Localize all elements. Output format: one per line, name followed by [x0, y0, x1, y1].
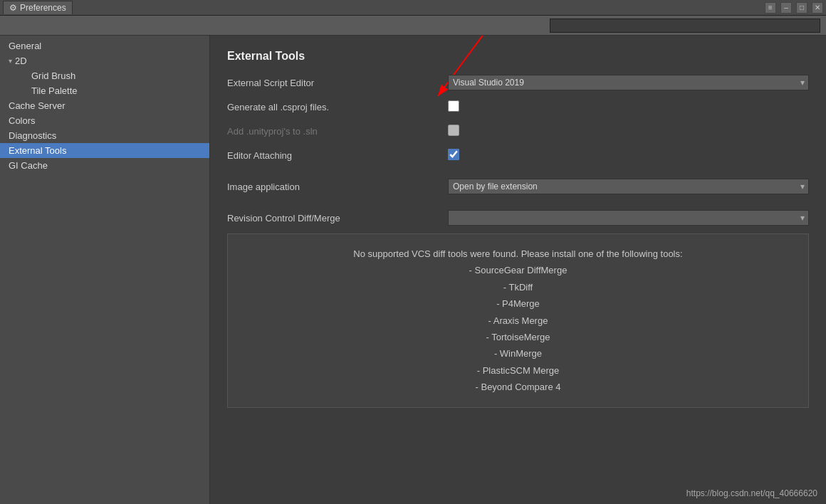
- sidebar-item-grid-brush[interactable]: Grid Brush: [0, 68, 209, 83]
- external-script-editor-dropdown-wrapper: Visual Studio 2019 Visual Studio Code Mo…: [448, 75, 809, 90]
- generate-csproj-checkbox[interactable]: [448, 100, 459, 112]
- editor-attaching-row: Editor Attaching: [227, 147, 809, 164]
- revision-control-row: Revision Control Diff/Merge: [227, 209, 809, 226]
- main-layout: General ▾ 2D Grid Brush Tile Palette Cac…: [0, 36, 826, 504]
- editor-attaching-checkbox[interactable]: [448, 149, 459, 160]
- sidebar-label-external-tools: External Tools: [9, 145, 66, 156]
- external-script-editor-control: Visual Studio 2019 Visual Studio Code Mo…: [448, 75, 809, 90]
- sidebar-label-cache-server: Cache Server: [9, 100, 65, 111]
- vcs-tool-6: - WinMerge: [239, 345, 797, 362]
- image-application-dropdown[interactable]: Open by file extension: [448, 179, 809, 194]
- vcs-tool-1: - SourceGear DiffMerge: [239, 262, 797, 278]
- add-unityprojsln-checkbox[interactable]: [448, 125, 459, 136]
- vcs-main-text: No supported VCS diff tools were found. …: [239, 246, 797, 262]
- revision-control-dropdown[interactable]: [448, 210, 809, 226]
- sidebar-item-colors[interactable]: Colors: [0, 113, 209, 128]
- sidebar-label-tile-palette: Tile Palette: [31, 85, 78, 96]
- image-application-row: Image application Open by file extension: [227, 178, 809, 195]
- editor-attaching-label: Editor Attaching: [227, 150, 448, 161]
- title-bar-left: ⚙ Preferences: [3, 1, 73, 14]
- sidebar-label-diagnostics: Diagnostics: [9, 130, 56, 141]
- vcs-info-box: No supported VCS diff tools were found. …: [227, 233, 809, 408]
- revision-control-dropdown-wrapper: [448, 210, 809, 226]
- generate-csproj-label: Generate all .csproj files.: [227, 102, 448, 112]
- vcs-tool-7: - PlasticSCM Merge: [239, 362, 797, 379]
- window-title: Preferences: [20, 3, 66, 13]
- content-area: 设置成你的vs External Tools External Script E…: [210, 36, 826, 504]
- title-bar: ⚙ Preferences ≡ – □ ✕: [0, 0, 826, 16]
- external-script-editor-label: External Script Editor: [227, 78, 448, 88]
- sidebar-section-2d[interactable]: ▾ 2D: [0, 53, 209, 68]
- title-bar-controls: ≡ – □ ✕: [765, 2, 823, 14]
- vcs-tool-2: - TkDiff: [239, 279, 797, 295]
- image-application-control: Open by file extension: [448, 179, 809, 194]
- minimize-button[interactable]: –: [780, 2, 792, 14]
- chinese-annotation: 设置成你的vs: [431, 36, 501, 38]
- sidebar-item-gi-cache[interactable]: GI Cache: [0, 158, 209, 173]
- search-bar: [0, 16, 826, 36]
- sidebar-label-2d: 2D: [15, 56, 27, 66]
- editor-attaching-control: [448, 149, 809, 162]
- sidebar-label-gi-cache: GI Cache: [9, 160, 48, 171]
- vcs-tool-8: - Beyond Compare 4: [239, 379, 797, 395]
- image-application-dropdown-wrapper: Open by file extension: [448, 179, 809, 194]
- sidebar-item-cache-server[interactable]: Cache Server: [0, 98, 209, 113]
- section-title: External Tools: [227, 50, 809, 63]
- sidebar-item-general[interactable]: General: [0, 38, 209, 53]
- sidebar-item-tile-palette[interactable]: Tile Palette: [0, 83, 209, 98]
- sidebar-item-diagnostics[interactable]: Diagnostics: [0, 128, 209, 143]
- revision-control-label: Revision Control Diff/Merge: [227, 213, 448, 224]
- spacer2: [227, 202, 809, 209]
- external-script-editor-dropdown[interactable]: Visual Studio 2019 Visual Studio Code Mo…: [448, 75, 809, 90]
- triangle-icon-2d: ▾: [9, 57, 12, 65]
- external-script-editor-row: External Script Editor Visual Studio 201…: [227, 74, 809, 91]
- sidebar-item-external-tools[interactable]: External Tools: [0, 143, 209, 158]
- sidebar: General ▾ 2D Grid Brush Tile Palette Cac…: [0, 36, 210, 504]
- sidebar-label-grid-brush: Grid Brush: [31, 70, 75, 81]
- revision-control-control: [448, 210, 809, 226]
- maximize-button[interactable]: □: [796, 2, 807, 14]
- add-unityprojsln-label: Add .unityproj's to .sln: [227, 126, 448, 137]
- vcs-tool-3: - P4Merge: [239, 295, 797, 312]
- image-application-label: Image application: [227, 182, 448, 192]
- add-unityprojsln-row: Add .unityproj's to .sln: [227, 122, 809, 140]
- generate-csproj-row: Generate all .csproj files.: [227, 98, 809, 115]
- search-input[interactable]: [550, 19, 820, 33]
- close-button[interactable]: ✕: [812, 2, 823, 14]
- title-tab[interactable]: ⚙ Preferences: [3, 1, 73, 14]
- menu-button[interactable]: ≡: [765, 2, 776, 14]
- generate-csproj-control: [448, 100, 809, 114]
- sidebar-label-colors: Colors: [9, 115, 36, 126]
- add-unityprojsln-control: [448, 125, 809, 138]
- gear-icon: ⚙: [9, 3, 17, 13]
- vcs-tool-4: - Araxis Merge: [239, 313, 797, 329]
- vcs-tool-5: - TortoiseMerge: [239, 329, 797, 345]
- sidebar-label-general: General: [9, 41, 41, 51]
- watermark: https://blog.csdn.net/qq_40666620: [686, 488, 817, 498]
- spacer: [227, 171, 809, 178]
